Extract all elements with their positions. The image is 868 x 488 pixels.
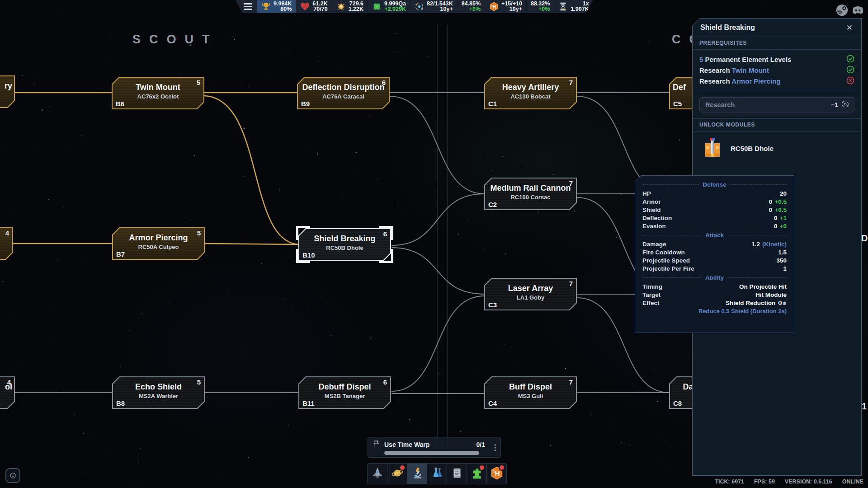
tech-node-C2[interactable]: Medium Rail CannonRC100 Corsac7C2 bbox=[484, 178, 577, 210]
stat-row: Projectile Per Fire1 bbox=[642, 264, 787, 272]
tech-node-B11[interactable]: Debuff DispelMS2B Tanager6B11 bbox=[298, 376, 391, 409]
resource-stat-percent[interactable]: 88.32%+0% bbox=[526, 0, 554, 13]
panel-header: Shield Breaking ✕ bbox=[693, 19, 861, 37]
node-subtitle: LA1 Goby bbox=[484, 294, 577, 301]
stat-sub: 1.22K bbox=[349, 6, 363, 12]
tech-connection-gray bbox=[392, 248, 484, 294]
toolbar-planet-button[interactable] bbox=[387, 464, 407, 484]
node-title: Laser Array bbox=[484, 284, 577, 293]
toolbar-puzzle-button[interactable] bbox=[467, 464, 486, 484]
steam-icon[interactable] bbox=[835, 3, 849, 17]
module-name: RC50B Dhole bbox=[731, 145, 774, 152]
tech-node-C3[interactable]: Laser ArrayLA1 Goby7C3 bbox=[484, 278, 577, 310]
resource-stat-hourglass[interactable]: 1x1.907K bbox=[554, 0, 593, 13]
node-title: Debuff Dispel bbox=[298, 382, 391, 392]
toolbar-microscope-button[interactable] bbox=[407, 464, 427, 484]
node-subtitle: MS3 Guli bbox=[484, 393, 577, 399]
tooltip-body: DefenseHP20Armor0+0.5Shield0+0.5Deflecti… bbox=[635, 176, 794, 333]
stat-row: Deflection0+1 bbox=[642, 214, 787, 222]
prerequisite-row: Research Twin Mount bbox=[699, 65, 854, 75]
node-subtitle: AC130 Bobcat bbox=[484, 93, 577, 100]
tech-connection-gold bbox=[204, 96, 299, 244]
tech-node-C1[interactable]: Heavy ArtilleryAC130 Bobcat7C1 bbox=[484, 77, 577, 109]
tech-node-B7[interactable]: Armor PiercingRC50A Culpeo5B7 bbox=[112, 227, 205, 260]
close-icon[interactable]: ✕ bbox=[844, 22, 854, 33]
research-button[interactable]: Research −1 bbox=[699, 97, 854, 113]
stat-row: EffectShield Reduction⚙⚙ bbox=[642, 299, 787, 307]
node-level: 7 bbox=[569, 280, 573, 287]
tech-connection-gold bbox=[205, 244, 299, 244]
tooltip-section-header: Defense bbox=[642, 179, 787, 189]
node-level: 7 bbox=[569, 378, 573, 386]
tech-node-B9[interactable]: Deflection DisruptionAC76A Caracal6B9 bbox=[297, 77, 390, 109]
node-id: C4 bbox=[488, 399, 497, 407]
feedback-button[interactable] bbox=[5, 468, 20, 483]
node-level: 4 bbox=[5, 229, 9, 237]
node-title: Armor Piercing bbox=[112, 233, 205, 243]
toolbar-ship-button[interactable] bbox=[368, 464, 387, 484]
tech-node-B8[interactable]: Echo ShieldMS2A Warbler5B8 bbox=[112, 376, 205, 409]
burst-icon bbox=[336, 2, 346, 11]
toolbar-hexh-button[interactable]: H1 bbox=[486, 464, 506, 484]
tech-node-B6[interactable]: Twin MountAC76x2 Ocelot5B6 bbox=[112, 77, 204, 109]
research-cost: −1 bbox=[831, 100, 849, 110]
resource-stat-heart[interactable]: 61.2K70/70 bbox=[296, 0, 331, 13]
tech-node-fragment-15[interactable]: 4 bbox=[0, 227, 13, 260]
gears-icon: ⚙⚙ bbox=[778, 300, 787, 306]
trophy-icon bbox=[261, 2, 271, 11]
toolbar-flasks-button[interactable] bbox=[427, 464, 447, 484]
tech-node-fragment-16[interactable]: ol4 bbox=[0, 376, 15, 409]
tech-node-C4[interactable]: Buff DispelMS3 Guli7C4 bbox=[484, 376, 577, 409]
time-warp-bar: Use Time Warp 0/1 ⋮ bbox=[368, 437, 501, 458]
hexh-icon: H1 bbox=[489, 2, 499, 11]
prerequisite-link[interactable]: Armor Piercing bbox=[731, 77, 780, 85]
node-id: B9 bbox=[301, 100, 310, 108]
cross-circle-icon bbox=[846, 76, 854, 86]
resource-stat-burst[interactable]: 729.61.22K bbox=[332, 0, 368, 13]
node-subtitle: RC50B Dhole bbox=[298, 244, 391, 251]
node-subtitle: RC100 Corsac bbox=[484, 194, 577, 201]
stat-row: HP20 bbox=[642, 189, 787, 197]
stat-sub: 10y+ bbox=[440, 6, 453, 12]
node-level: 5 bbox=[197, 79, 200, 86]
resource-top-bar: 9.984K80%61.2K70/70729.61.22K9.999Qa+2.9… bbox=[236, 0, 593, 13]
offscreen-node-fragment: 1 bbox=[862, 401, 867, 412]
module-row[interactable]: RC50B Dhole bbox=[693, 131, 861, 165]
resource-stat-hexh[interactable]: H1+15/+1010y+ bbox=[485, 0, 526, 13]
time-warp-count: 0/1 bbox=[476, 441, 488, 448]
resource-stat-orbit[interactable]: 82/1.543K10y+ bbox=[410, 0, 457, 13]
svg-text:H: H bbox=[495, 469, 500, 477]
use-time-warp-button[interactable]: Use Time Warp 0/1 bbox=[368, 437, 490, 457]
node-title: Deflection Disruption bbox=[297, 83, 390, 92]
stat-row: Shield0+0.5 bbox=[642, 206, 787, 214]
resource-stat-clover[interactable]: 9.999Qa+2.929K bbox=[368, 0, 410, 13]
research-orbit-icon bbox=[841, 100, 849, 110]
stat-sub: +0% bbox=[469, 6, 481, 12]
tech-connection-gray bbox=[392, 296, 484, 391]
node-level: 4 bbox=[7, 378, 11, 386]
prerequisites-list: 5 Permanent Element LevelsResearch Twin … bbox=[693, 50, 861, 91]
resource-stat-percent[interactable]: 84.85%+0% bbox=[457, 0, 485, 13]
fps-counter: FPS: 59 bbox=[754, 479, 775, 485]
tech-node-fragment-14[interactable]: ry bbox=[0, 75, 15, 108]
unlock-modules-header: UNLOCK MODULES bbox=[693, 119, 861, 131]
tech-node-B10[interactable]: Shield BreakingRC50B Dhole6B10 bbox=[298, 228, 391, 261]
node-subtitle: RC50A Culpeo bbox=[112, 244, 205, 250]
discord-icon[interactable] bbox=[851, 3, 865, 17]
kebab-menu-icon[interactable]: ⋮ bbox=[490, 437, 500, 457]
stat-sub: +2.929K bbox=[384, 6, 406, 12]
toolbar-scroll-button[interactable] bbox=[447, 464, 467, 484]
node-id: B8 bbox=[116, 399, 125, 407]
hourglass-icon bbox=[558, 2, 568, 11]
resource-stat-trophy[interactable]: 9.984K80% bbox=[257, 0, 296, 13]
ship-icon bbox=[371, 466, 384, 482]
prerequisite-link[interactable]: Twin Mount bbox=[732, 66, 769, 74]
effect-detail: Reduce 0.5 Shield (Duration 2s) bbox=[642, 307, 787, 316]
stat-row: Armor0+0.5 bbox=[642, 197, 787, 206]
flasks-icon bbox=[430, 466, 444, 482]
notification-badge bbox=[499, 465, 505, 471]
node-id: C2 bbox=[488, 201, 497, 208]
orbit-icon bbox=[415, 2, 424, 11]
node-title: Heavy Artillery bbox=[484, 83, 577, 92]
stat-sub: 80% bbox=[280, 6, 292, 12]
